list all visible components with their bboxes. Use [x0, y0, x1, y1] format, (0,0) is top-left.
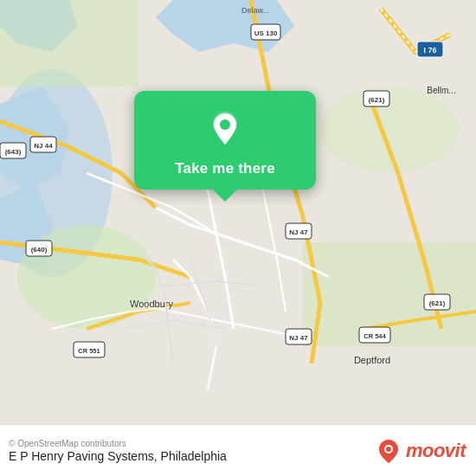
svg-text:CR 544: CR 544 — [363, 332, 386, 340]
take-me-there-label: Take me there — [175, 160, 275, 177]
location-pin-icon — [203, 106, 248, 151]
svg-text:Deptford: Deptford — [354, 355, 390, 365]
moovit-logo: moovit — [375, 437, 466, 465]
svg-text:I 76: I 76 — [423, 46, 436, 55]
bottom-bar: © OpenStreetMap contributors E P Henry P… — [0, 424, 476, 476]
map-container[interactable]: I 76 US 130 NJ 44 NJ 47 (621) (621) (640… — [0, 0, 476, 424]
svg-text:(643): (643) — [5, 148, 22, 156]
place-name: E P Henry Paving Systems, Philadelphia — [9, 449, 227, 463]
svg-text:(640): (640) — [31, 246, 48, 254]
svg-text:US 130: US 130 — [254, 29, 278, 37]
svg-rect-6 — [0, 0, 138, 87]
svg-text:(621): (621) — [369, 96, 385, 104]
moovit-icon — [375, 437, 402, 465]
place-info: © OpenStreetMap contributors E P Henry P… — [9, 439, 227, 463]
navigation-popup[interactable]: Take me there — [134, 91, 316, 190]
svg-text:NJ 47: NJ 47 — [289, 228, 308, 236]
svg-text:NJ 47: NJ 47 — [289, 334, 308, 342]
svg-text:Bellm...: Bellm... — [427, 86, 455, 95]
svg-text:CR 551: CR 551 — [78, 347, 100, 355]
svg-point-39 — [386, 447, 391, 452]
map-background: I 76 US 130 NJ 44 NJ 47 (621) (621) (640… — [0, 0, 476, 424]
svg-text:Delaw...: Delaw... — [241, 6, 269, 15]
copyright-text: © OpenStreetMap contributors — [9, 439, 227, 448]
moovit-text: moovit — [406, 440, 466, 462]
svg-point-37 — [220, 119, 230, 130]
svg-text:(621): (621) — [429, 299, 446, 307]
svg-text:NJ 44: NJ 44 — [34, 142, 53, 150]
